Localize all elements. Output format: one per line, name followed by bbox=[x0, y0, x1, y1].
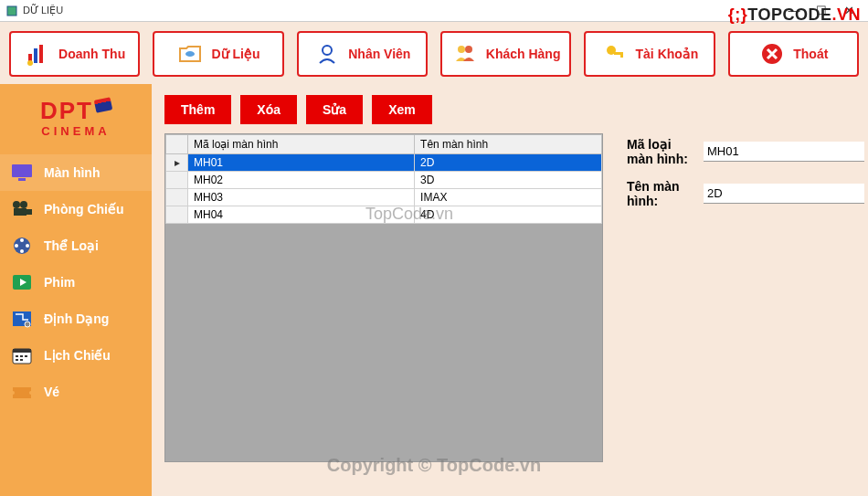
sidebar-item-phongchieu[interactable]: Phòng Chiếu bbox=[0, 191, 152, 227]
clapboard-icon bbox=[94, 97, 113, 112]
svg-rect-11 bbox=[620, 52, 623, 58]
nav-doanhthu[interactable]: Doanh Thu bbox=[9, 31, 140, 77]
sidebar-label: Thể Loại bbox=[44, 238, 99, 253]
table-row[interactable]: ▸ MH01 2D bbox=[166, 154, 602, 172]
input-ten[interactable] bbox=[704, 184, 864, 204]
sidebar-label: Vé bbox=[44, 385, 59, 399]
svg-point-23 bbox=[15, 244, 18, 248]
svg-rect-29 bbox=[16, 355, 18, 357]
sidebar-label: Định Dạng bbox=[44, 311, 109, 326]
chart-icon bbox=[24, 40, 51, 68]
action-bar: Thêm Xóa Sửa Xem bbox=[164, 95, 855, 124]
table-row[interactable]: MH04 4D bbox=[166, 206, 602, 224]
reel-icon bbox=[9, 235, 35, 257]
nav-label: Dữ Liệu bbox=[211, 47, 259, 61]
sidebar-item-theloai[interactable]: Thể Loại bbox=[0, 227, 152, 264]
window-title: DỮ LIỆU bbox=[23, 5, 63, 16]
nav-label: Nhân Viên bbox=[348, 47, 410, 61]
sidebar-item-phim[interactable]: Phim bbox=[0, 264, 152, 301]
svg-point-22 bbox=[20, 249, 24, 253]
close-icon bbox=[758, 40, 786, 68]
sidebar-label: Phim bbox=[44, 275, 75, 290]
svg-rect-18 bbox=[26, 209, 32, 215]
col-header-1[interactable]: Mã loại màn hình bbox=[188, 135, 415, 154]
svg-rect-33 bbox=[20, 359, 23, 361]
minimize-button[interactable]: — bbox=[780, 4, 808, 17]
row-header-col bbox=[166, 135, 188, 154]
nav-label: Khách Hàng bbox=[486, 47, 561, 61]
svg-rect-28 bbox=[13, 349, 31, 353]
key-icon bbox=[601, 40, 629, 68]
svg-point-6 bbox=[323, 46, 332, 55]
person-icon bbox=[313, 40, 341, 68]
nav-label: Thoát bbox=[793, 47, 828, 61]
svg-point-7 bbox=[458, 46, 465, 53]
title-bar: DỮ LIỆU — ☐ ✕ bbox=[0, 0, 868, 22]
content-area: Thêm Xóa Sửa Xem Mã loại màn hình Tên mà… bbox=[152, 84, 868, 496]
play-icon bbox=[9, 271, 35, 293]
nav-label: Tài Khoản bbox=[636, 47, 699, 61]
sidebar-label: Phòng Chiếu bbox=[44, 202, 124, 216]
col-header-2[interactable]: Tên màn hình bbox=[415, 135, 602, 154]
field-label-ma: Mã loại màn hình: bbox=[627, 137, 698, 166]
delete-button[interactable]: Xóa bbox=[240, 95, 297, 124]
svg-point-21 bbox=[26, 244, 29, 248]
svg-rect-32 bbox=[16, 359, 18, 361]
svg-rect-30 bbox=[20, 355, 23, 357]
input-ma[interactable] bbox=[704, 142, 864, 162]
sidebar-item-ve[interactable]: Vé bbox=[0, 374, 152, 410]
nav-label: Doanh Thu bbox=[58, 47, 125, 61]
sidebar-label: Lịch Chiếu bbox=[44, 348, 111, 363]
svg-point-20 bbox=[20, 238, 24, 242]
calendar-icon bbox=[9, 344, 35, 366]
nav-nhanvien[interactable]: Nhân Viên bbox=[297, 31, 428, 77]
svg-point-8 bbox=[465, 46, 472, 53]
field-label-ten: Tên màn hình: bbox=[627, 179, 698, 208]
logo: DPT CINEMA bbox=[0, 90, 152, 154]
close-button[interactable]: ✕ bbox=[835, 4, 863, 17]
sidebar-label: Màn hình bbox=[44, 165, 100, 180]
detail-form: Mã loại màn hình: Tên màn hình: bbox=[627, 137, 864, 221]
sidebar-item-lichchieu[interactable]: Lịch Chiếu bbox=[0, 337, 152, 374]
add-button[interactable]: Thêm bbox=[164, 95, 231, 124]
sidebar-item-dinhdang[interactable]: Định Dạng bbox=[0, 301, 152, 337]
view-button[interactable]: Xem bbox=[372, 95, 432, 124]
svg-rect-0 bbox=[7, 6, 16, 16]
nav-thoat[interactable]: Thoát bbox=[728, 31, 859, 77]
data-grid[interactable]: Mã loại màn hình Tên màn hình ▸ MH01 2D … bbox=[164, 133, 603, 462]
nav-taikhoan[interactable]: Tài Khoản bbox=[584, 31, 715, 77]
folder-icon bbox=[176, 40, 204, 68]
nav-khachhang[interactable]: Khách Hàng bbox=[440, 31, 571, 77]
table-row[interactable]: MH02 3D bbox=[166, 172, 602, 189]
svg-rect-17 bbox=[14, 208, 26, 216]
svg-rect-13 bbox=[12, 164, 32, 177]
svg-rect-3 bbox=[39, 45, 43, 63]
maximize-button[interactable]: ☐ bbox=[808, 4, 835, 17]
monitor-icon bbox=[9, 162, 35, 184]
camera-icon bbox=[9, 198, 35, 220]
svg-rect-31 bbox=[25, 355, 27, 357]
nav-dulieu[interactable]: Dữ Liệu bbox=[153, 31, 283, 77]
app-icon bbox=[5, 5, 18, 17]
people-icon bbox=[451, 40, 479, 68]
svg-rect-2 bbox=[34, 48, 37, 63]
row-indicator: ▸ bbox=[166, 154, 188, 172]
edit-button[interactable]: Sửa bbox=[306, 95, 363, 124]
table-row[interactable]: MH03 IMAX bbox=[166, 189, 602, 206]
svg-point-16 bbox=[20, 201, 27, 208]
sidebar-item-manhinh[interactable]: Màn hình bbox=[0, 154, 152, 191]
svg-point-15 bbox=[13, 201, 20, 208]
blueprint-icon bbox=[9, 308, 35, 330]
top-navigation: Doanh Thu Dữ Liệu Nhân Viên Khách Hàng T… bbox=[0, 22, 868, 84]
svg-rect-14 bbox=[18, 178, 26, 181]
sidebar: DPT CINEMA Màn hình Phòng Chiếu Thể Loại… bbox=[0, 84, 152, 496]
ticket-icon bbox=[9, 381, 35, 403]
svg-point-26 bbox=[25, 322, 30, 327]
svg-point-4 bbox=[27, 60, 33, 66]
svg-point-5 bbox=[185, 51, 195, 57]
